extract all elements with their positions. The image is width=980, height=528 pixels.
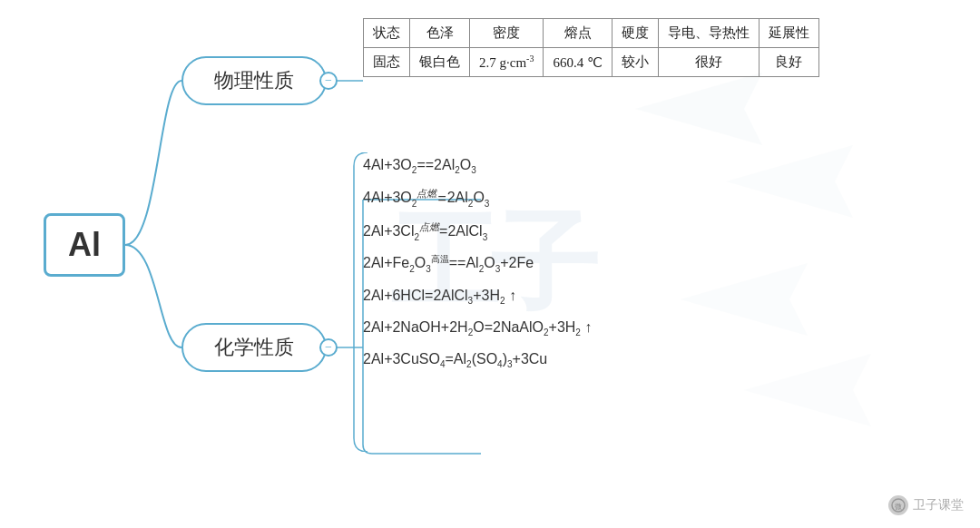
equation-3: 2Al+3Cl2点燃=2AlCl3 [363,220,592,244]
brand-watermark: 微 卫子课堂 [888,495,964,515]
bracket-line [349,152,377,452]
brand-name: 卫子课堂 [913,497,964,513]
physics-branch-node[interactable]: 物理性质 − [181,56,327,105]
deco-arrow-2 [726,145,871,218]
cell-state: 固态 [364,48,410,77]
chemistry-collapse-icon[interactable]: − [319,338,338,357]
cell-melting: 660.4 ℃ [544,48,612,77]
col-color: 色泽 [410,19,470,48]
cell-density: 2.7 g·cm-3 [470,48,544,77]
cell-ductility: 良好 [759,48,818,77]
svg-marker-2 [681,263,808,336]
physics-collapse-icon[interactable]: − [319,72,338,90]
physics-label: 物理性质 [214,67,294,94]
equation-6: 2Al+2NaOH+2H2O=2NaAlO2+3H2 ↑ [363,317,592,339]
properties-table: 状态 色泽 密度 熔点 硬度 导电、导热性 延展性 固态 银白色 2.7 g·c… [363,18,819,77]
cell-color: 银白色 [410,48,470,77]
central-node-label: Al [68,226,101,264]
deco-arrow-4 [744,354,889,426]
main-container: 工子 Al 物理性质 − 化学性质 − [0,0,980,528]
svg-marker-0 [635,73,762,145]
table-data-row: 固态 银白色 2.7 g·cm-3 660.4 ℃ 较小 很好 良好 [364,48,819,77]
svg-marker-1 [726,145,853,218]
col-melting: 熔点 [544,19,612,48]
deco-arrow-1 [635,73,780,145]
cell-conductivity: 很好 [658,48,759,77]
table-header-row: 状态 色泽 密度 熔点 硬度 导电、导热性 延展性 [364,19,819,48]
equation-5: 2Al+6HCl=2AlCl3+3H2 ↑ [363,285,592,308]
equation-7: 2Al+3CuSO4=Al2(SO4)3+3Cu [363,348,592,371]
col-density: 密度 [470,19,544,48]
equation-2: 4Al+3O2点燃=2Al2O3 [363,186,592,210]
chemistry-label: 化学性质 [214,334,294,361]
col-ductility: 延展性 [759,19,818,48]
equation-4: 2Al+Fe2O3高温==Al2O3+2Fe [363,252,592,276]
svg-text:微: 微 [895,503,902,511]
col-conductivity: 导电、导热性 [658,19,759,48]
svg-marker-3 [744,354,871,426]
brand-icon: 微 [888,495,908,515]
deco-arrow-3 [681,263,826,336]
equations-area: 4Al+3O2==2Al2O3 4Al+3O2点燃=2Al2O3 2Al+3Cl… [363,154,592,380]
central-node: Al [44,213,125,277]
cell-hardness: 较小 [612,48,658,77]
col-state: 状态 [364,19,410,48]
col-hardness: 硬度 [612,19,658,48]
chemistry-branch-node[interactable]: 化学性质 − [181,323,327,372]
equation-1: 4Al+3O2==2Al2O3 [363,154,592,177]
